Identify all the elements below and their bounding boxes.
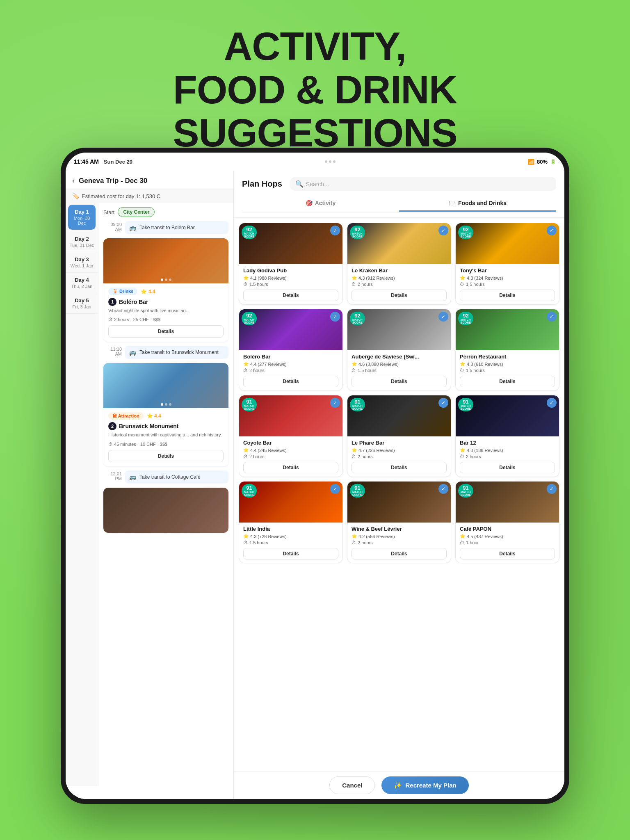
- cost-label: Estimated cost for day 1: 1,530 C: [82, 193, 160, 199]
- venue-duration-8: ⏱ 2 hours: [460, 454, 555, 459]
- venue-details-btn-10[interactable]: Details: [352, 548, 447, 559]
- star-icon-10: ⭐: [352, 534, 357, 539]
- star-icon-1: ⭐: [352, 275, 357, 281]
- transit-3: 12:01PM 🚌 Take transit to Cottage Café: [103, 470, 228, 484]
- trip-title: Geneva Trip - Dec 30: [79, 177, 147, 185]
- venue-img-1: 92 MATCHSCORE ✓: [347, 223, 451, 264]
- rating-val-9: 4.3 (728 Reviews): [250, 534, 287, 539]
- duration-val-10: 2 hours: [358, 540, 373, 545]
- duration-val-9: 1.5 hours: [249, 540, 268, 545]
- duration-val-6: 2 hours: [249, 454, 265, 459]
- tab-activity-label: Activity: [315, 200, 336, 206]
- duration-val-5: 1.5 hours: [466, 368, 485, 373]
- day2-date: Tue, 31 Dec: [69, 243, 95, 248]
- venue-info-1: Le Kraken Bar ⭐ 4.3 (912 Reviews) ⏱ 2 ho…: [347, 264, 451, 304]
- transit-label-3: Take transit to Cottage Café: [139, 474, 201, 480]
- search-box[interactable]: 🔍 Search...: [290, 177, 556, 191]
- status-date: Sun Dec 29: [104, 159, 132, 165]
- star-icon-6: ⭐: [243, 447, 249, 453]
- day3-label: Day 3: [69, 256, 95, 262]
- match-label-8: MATCHSCORE: [461, 404, 471, 410]
- venue-name-1: Le Kraken Bar: [352, 267, 447, 274]
- venue-name-6: Coyote Bar: [243, 440, 338, 446]
- day-tabs: Day 1 Mon, 30 Dec Day 2 Tue, 31 Dec Day …: [66, 203, 98, 786]
- transit-1: 09:00AM 🚌 Take transit to Boléro Bar: [103, 221, 228, 234]
- venue-details-btn-6[interactable]: Details: [243, 462, 338, 473]
- recreate-label: Recreate My Plan: [405, 782, 456, 789]
- venue-details-btn-7[interactable]: Details: [352, 462, 447, 473]
- match-score-1: 92: [354, 227, 360, 232]
- bolero-image: [103, 238, 228, 283]
- check-badge-3: ✓: [330, 312, 340, 322]
- search-placeholder: Search...: [306, 181, 329, 187]
- cottage-image: [103, 488, 228, 533]
- start-label: Start: [103, 209, 114, 215]
- transit-icon-2: 🚌: [129, 349, 136, 356]
- bolero-details-button[interactable]: Details: [108, 325, 224, 338]
- venue-name-11: Café PAPON: [460, 526, 555, 532]
- venue-img-0: 92 MATCHSCORE ✓: [239, 223, 342, 264]
- venue-details-btn-1[interactable]: Details: [352, 290, 447, 301]
- venue-details-btn-4[interactable]: Details: [352, 376, 447, 387]
- venue-rating-9: ⭐ 4.3 (728 Reviews): [243, 534, 338, 539]
- transit-icon-3: 🚌: [129, 474, 136, 480]
- brunswick-name-row: 2 Brunswick Monument: [108, 422, 224, 430]
- bolero-star: ⭐ 4.4: [141, 289, 155, 294]
- star-icon-0: ⭐: [243, 275, 249, 281]
- venue-details-btn-2[interactable]: Details: [460, 290, 555, 301]
- venue-info-6: Coyote Bar ⭐ 4.4 (245 Reviews) ⏱ 2 hours…: [239, 436, 342, 477]
- duration-val-8: 2 hours: [466, 454, 481, 459]
- venue-details-btn-8[interactable]: Details: [460, 462, 555, 473]
- star-icon-2: ⭐: [460, 275, 466, 281]
- day2-label: Day 2: [69, 236, 95, 242]
- tablet-frame: 11:45 AM Sun Dec 29 📶 80% 🔋 ‹ Genev: [61, 148, 569, 804]
- image-dots-2: [161, 403, 171, 406]
- venue-details-btn-0[interactable]: Details: [243, 290, 338, 301]
- venue-name-5: Perron Restaurant: [460, 354, 555, 360]
- tab-activity[interactable]: 🎯 Activity: [242, 196, 399, 212]
- status-icons: 📶 80% 🔋: [528, 159, 556, 165]
- match-label-0: MATCHSCORE: [244, 232, 254, 238]
- rating-val-7: 4.7 (226 Reviews): [358, 448, 395, 453]
- match-score-9: 91: [246, 485, 252, 491]
- bolero-name-row: 1 Boléro Bar: [108, 298, 224, 306]
- cancel-button[interactable]: Cancel: [329, 776, 375, 794]
- brunswick-price: $$$: [160, 442, 167, 447]
- back-button[interactable]: ‹: [72, 176, 75, 185]
- venue-details-btn-9[interactable]: Details: [243, 548, 338, 559]
- bolero-badges: 🍹 Drinks ⭐ 4.4: [108, 288, 224, 295]
- day-tab-4[interactable]: Day 4 Thu, 2 Jan: [66, 273, 98, 293]
- venue-card-5: 92 MATCHSCORE ✓ Perron Restaurant ⭐ 4.3 …: [455, 309, 559, 391]
- rating-val-3: 4.4 (277 Reviews): [250, 362, 287, 367]
- venue-img-9: 91 MATCHSCORE ✓: [239, 482, 342, 523]
- tab-foods-drinks[interactable]: 🍽️ Foods and Drinks: [399, 196, 556, 212]
- venue-rating-0: ⭐ 4.1 (988 Reviews): [243, 275, 338, 281]
- brunswick-details-button[interactable]: Details: [108, 450, 224, 462]
- match-badge-9: 91 MATCHSCORE: [242, 484, 257, 498]
- match-score-5: 92: [463, 313, 468, 318]
- header-line1: ACTIVITY,: [224, 24, 406, 68]
- venue-duration-4: ⏱ 1.5 hours: [352, 368, 447, 373]
- day-tab-1[interactable]: Day 1 Mon, 30 Dec: [68, 205, 96, 230]
- venue-details-btn-11[interactable]: Details: [460, 548, 555, 559]
- tabs-row: 🎯 Activity 🍽️ Foods and Drinks: [242, 196, 556, 212]
- day-tab-5[interactable]: Day 5 Fri, 3 Jan: [66, 293, 98, 314]
- day-tab-2[interactable]: Day 2 Tue, 31 Dec: [66, 232, 98, 252]
- day-tab-3[interactable]: Day 3 Wed, 1 Jan: [66, 252, 98, 273]
- venue-details-btn-5[interactable]: Details: [460, 376, 555, 387]
- match-label-11: MATCHSCORE: [461, 491, 471, 496]
- star-icon-8: ⭐: [460, 447, 466, 453]
- clock-icon-7: ⏱: [352, 454, 356, 459]
- brunswick-info: 🏛 Attraction ⭐ 4.4 2 Brunswick Monument …: [103, 408, 228, 466]
- brunswick-name: Brunswick Monument: [119, 423, 178, 429]
- match-badge-7: 91 MATCHSCORE: [350, 398, 365, 411]
- venue-details-btn-3[interactable]: Details: [243, 376, 338, 387]
- image-dots-1: [161, 278, 171, 281]
- venue-duration-5: ⏱ 1.5 hours: [460, 368, 555, 373]
- venue-rating-8: ⭐ 4.3 (188 Reviews): [460, 447, 555, 453]
- venue-img-10: 91 MATCHSCORE ✓: [347, 482, 451, 523]
- status-time: 11:45 AM: [74, 158, 99, 165]
- check-badge-4: ✓: [438, 312, 448, 322]
- food-icon: 🍽️: [449, 200, 456, 206]
- recreate-button[interactable]: ✨ Recreate My Plan: [381, 776, 468, 794]
